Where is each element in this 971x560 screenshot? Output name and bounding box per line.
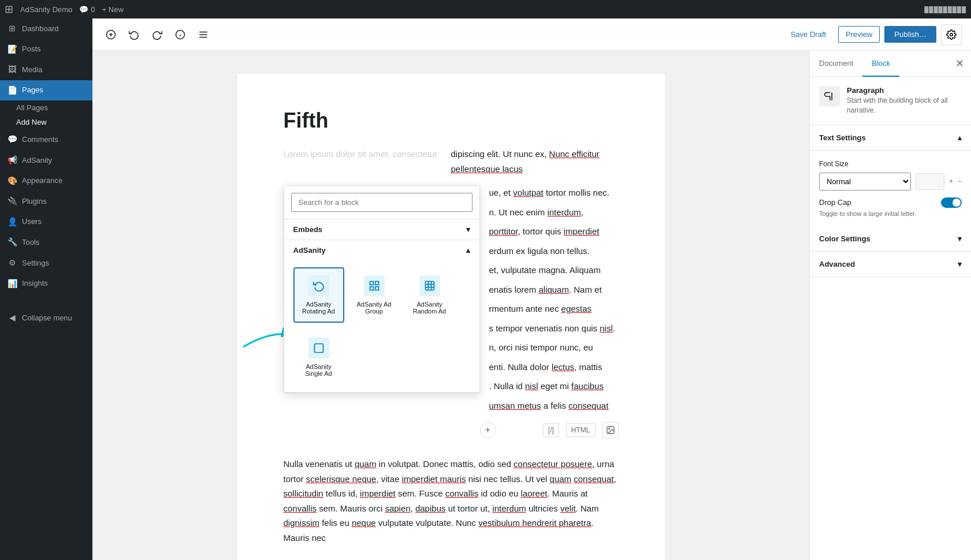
svg-rect-10 [370,282,373,285]
chevron-up-icon: ▴ [466,246,470,255]
sidebar-item-appearance[interactable]: 🎨 Appearance [0,171,92,192]
sidebar-item-adsanity[interactable]: 📢 AdSanity [0,150,92,171]
font-size-custom-input[interactable] [916,173,944,190]
editor-body: Fifth Lorem ipsum dolor sit amet, consec… [92,51,971,560]
svg-rect-12 [370,287,373,290]
add-block-button[interactable] [102,25,120,44]
paragraph-block-icon [819,86,840,107]
comments-link[interactable]: 💬 0 [79,5,95,14]
block-html-button[interactable]: HTML [566,423,596,437]
right-panel-close-button[interactable]: ✕ [948,53,971,74]
block-image-button[interactable] [602,422,619,438]
sidebar-item-settings[interactable]: ⚙ Settings [0,253,92,274]
color-settings-chevron-icon: ▾ [958,234,962,243]
editor-wrapper: Save Draft Preview Publish… Fifth Lorem … [92,18,971,560]
font-size-decrease-button[interactable]: − [958,177,962,185]
add-block-inline-button[interactable]: + [480,422,496,438]
info-button[interactable] [171,25,189,44]
font-size-row: Normal Small Medium Large Huge + − [819,173,962,191]
sidebar-collapse[interactable]: ◀ Collapse menu [0,308,92,328]
block-category-adsanity: AdSanity ▴ AdSanity Rotating Ad [284,240,479,393]
advanced-chevron-icon: ▾ [958,260,962,268]
svg-rect-13 [375,287,378,290]
ad-group-icon [364,275,385,296]
drop-cap-row: Drop Cap [819,197,962,208]
content-below[interactable]: Nulla venenatis ut quam in volutpat. Don… [284,457,619,545]
save-draft-button[interactable]: Save Draft [783,26,834,43]
block-category-embeds: Embeds ▾ [284,219,479,240]
adsanity-icon: 📢 [7,155,17,166]
svg-rect-19 [314,344,323,353]
sidebar-item-media[interactable]: 🖼 Media [0,59,92,80]
comment-icon: 💬 [79,5,88,14]
editor-canvas: Fifth Lorem ipsum dolor sit amet, consec… [237,74,665,560]
advanced-header[interactable]: Advanced ▾ [810,252,971,277]
sidebar-item-posts[interactable]: 📝 Posts [0,39,92,60]
font-size-increase-button[interactable]: + [949,177,953,185]
sidebar-item-insights[interactable]: 📊 Insights [0,274,92,294]
random-ad-icon [419,275,440,296]
drop-cap-toggle[interactable] [941,197,962,208]
settings-button[interactable] [941,24,962,45]
sidebar-sub-all-pages[interactable]: All Pages [0,100,92,115]
sidebar-item-tools[interactable]: 🔧 Tools [0,232,92,253]
sidebar-item-dashboard[interactable]: ⊞ Dashboard [0,18,92,39]
sidebar-item-users[interactable]: 👤 Users [0,212,92,233]
block-search-area [284,186,479,219]
block-search-input[interactable] [291,193,473,212]
block-area: Embeds ▾ AdSanity ▴ [284,185,619,417]
insights-icon: 📊 [7,278,17,290]
block-item-rotating-ad[interactable]: AdSanity Rotating Ad [293,267,344,323]
page-title[interactable]: Fifth [284,109,619,133]
embeds-category-header[interactable]: Embeds ▾ [284,219,479,240]
appearance-icon: 🎨 [7,176,17,187]
single-ad-icon [308,338,329,359]
drop-cap-label: Drop Cap [819,198,851,207]
content-area[interactable]: Fifth Lorem ipsum dolor sit amet, consec… [92,51,809,560]
redo-button[interactable] [148,25,166,44]
tab-document[interactable]: Document [810,51,862,77]
chevron-down-icon: ▾ [466,225,470,234]
sidebar-item-pages[interactable]: 📄 Pages [0,80,92,101]
new-content-link[interactable]: + New [102,5,124,14]
site-name[interactable]: AdSanity Demo [20,5,72,14]
block-items-adsanity: AdSanity Rotating Ad AdSanity Ad Group [284,260,479,330]
panel-block-description: Start with the building block of all nar… [847,96,962,115]
collapse-icon: ◀ [7,312,17,324]
editor-toolbar: Save Draft Preview Publish… [92,18,971,51]
media-icon: 🖼 [7,64,17,76]
content-above-right: dipiscing elit. Ut nunc ex, [451,149,549,159]
block-code-view-button[interactable]: [/] [543,423,559,437]
admin-bar-right: █████████ [924,6,966,13]
text-settings-content: Font Size Normal Small Medium Large Huge… [810,151,971,226]
sidebar-item-comments[interactable]: 💬 Comments [0,129,92,150]
rotating-ad-icon [308,275,329,296]
plugins-icon: 🔌 [7,196,17,207]
preview-button[interactable]: Preview [838,26,880,43]
text-settings-header[interactable]: Text Settings ▴ [810,125,971,151]
tab-block[interactable]: Block [862,51,899,77]
content-above-left: Lorem ipsum dolor sit amet, consectetur [284,149,438,159]
drop-cap-hint: Toggle to show a large initial letter. [819,210,962,217]
tools-button[interactable] [194,25,213,44]
comments-icon: 💬 [7,134,17,145]
block-item-ad-group[interactable]: AdSanity Ad Group [349,267,400,323]
block-item-random-ad[interactable]: AdSanity Random Ad [404,267,455,323]
sidebar-sub-add-new[interactable]: Add New [0,115,92,129]
svg-point-9 [950,33,953,36]
svg-rect-11 [375,282,378,285]
font-size-select[interactable]: Normal Small Medium Large Huge [819,173,911,191]
undo-button[interactable] [125,25,143,44]
block-item-single-ad[interactable]: AdSanity Single Ad [293,330,344,385]
block-items-adsanity-row2: AdSanity Single Ad [284,330,479,392]
publish-button[interactable]: Publish… [884,26,936,43]
toolbar-right: Save Draft Preview Publish… [783,24,962,45]
wp-logo[interactable]: ⊞ [5,3,13,16]
sidebar-item-plugins[interactable]: 🔌 Plugins [0,191,92,212]
tools-icon: 🔧 [7,237,17,248]
color-settings-header[interactable]: Color Settings ▾ [810,226,971,252]
block-inserter-popup: Embeds ▾ AdSanity ▴ [284,185,480,393]
adsanity-category-header[interactable]: AdSanity ▴ [284,240,479,260]
right-panel: Document Block ✕ Paragraph Start with th… [809,51,971,560]
settings-icon: ⚙ [7,257,17,269]
